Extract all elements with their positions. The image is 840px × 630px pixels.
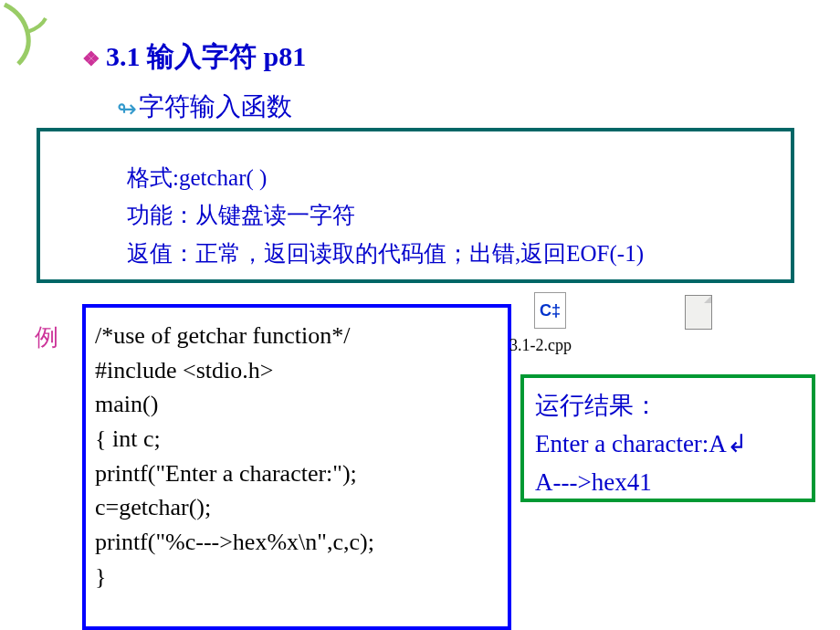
desc-format: 格式:getchar( )	[127, 159, 745, 196]
cpp-icon-text: C‡	[540, 301, 561, 320]
result-line: Enter a character:A↲	[535, 425, 801, 464]
result-line: A--->hex41	[535, 464, 801, 502]
desc-function: 功能：从键盘读一字符	[127, 196, 745, 234]
description-box: 格式:getchar( ) 功能：从键盘读一字符 返值：正常，返回读取的代码值；…	[37, 128, 794, 283]
diamond-bullet-icon: ❖	[82, 47, 100, 71]
subsection-heading: ↬字符输入函数	[117, 89, 292, 124]
result-box: 运行结果： Enter a character:A↲ A--->hex41	[520, 374, 815, 502]
code-line: printf("Enter a character:");	[95, 457, 499, 491]
example-label: 例	[35, 321, 58, 353]
curl-bullet-icon: ↬	[117, 95, 137, 123]
code-line: printf("%c--->hex%x\n",c,c);	[95, 525, 499, 560]
heading-text: 3.1 输入字符 p81	[106, 41, 306, 71]
cpp-file-label: 3.1-2.cpp	[509, 336, 572, 355]
code-line: #include <stdio.h>	[95, 353, 499, 388]
code-line: /*use of getchar function*/	[95, 319, 499, 353]
desc-return: 返值：正常，返回读取的代码值；出错,返回EOF(-1)	[127, 235, 745, 272]
code-box: /*use of getchar function*/ #include <st…	[82, 304, 511, 630]
code-line: }	[95, 560, 499, 594]
corner-decoration	[0, 0, 50, 73]
document-icon[interactable]	[685, 295, 712, 330]
section-heading: ❖3.1 输入字符 p81	[82, 38, 306, 76]
code-line: c=getchar();	[95, 490, 499, 525]
code-line: { int c;	[95, 422, 499, 457]
code-line: main()	[95, 387, 499, 422]
cpp-file-icon[interactable]: C‡	[534, 292, 566, 329]
subheading-text: 字符输入函数	[139, 92, 292, 121]
result-title: 运行结果：	[535, 387, 801, 425]
